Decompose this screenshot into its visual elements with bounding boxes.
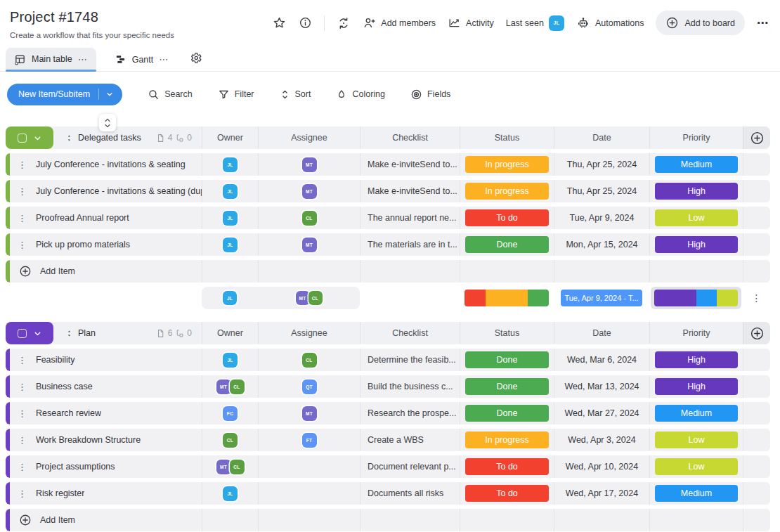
- column-header-priority[interactable]: Priority: [649, 126, 743, 149]
- status-badge[interactable]: In progress: [465, 432, 549, 448]
- column-header-checklist[interactable]: Checklist: [360, 126, 460, 149]
- column-collapse-toggle[interactable]: [99, 114, 116, 131]
- row-menu-dots-icon[interactable]: ⋮: [18, 489, 27, 498]
- item-name-cell[interactable]: ⋮July Conference - invitations & seating…: [10, 180, 202, 202]
- column-header-date[interactable]: Date: [554, 126, 649, 149]
- owner-cell[interactable]: JL: [202, 180, 258, 202]
- fields-button[interactable]: Fields: [410, 89, 450, 100]
- checklist-cell[interactable]: Documents all risks: [360, 482, 460, 505]
- add-item-button[interactable]: Add Item: [10, 260, 202, 283]
- coloring-button[interactable]: Coloring: [336, 89, 385, 100]
- status-badge[interactable]: To do: [465, 485, 549, 502]
- avatar-CL[interactable]: CL: [308, 291, 323, 305]
- item-name-cell[interactable]: ⋮Research review: [10, 402, 202, 424]
- chevron-down-icon[interactable]: [98, 89, 114, 100]
- checklist-cell[interactable]: Document relevant p...: [360, 455, 460, 478]
- column-header-date[interactable]: Date: [554, 322, 649, 344]
- info-icon[interactable]: [298, 16, 312, 30]
- group-collapse-pill[interactable]: [6, 322, 53, 344]
- owner-cell[interactable]: JL: [202, 482, 258, 505]
- avatar-QT[interactable]: QT: [302, 379, 317, 394]
- priority-badge[interactable]: High: [655, 183, 738, 200]
- column-header-assignee[interactable]: Assignee: [258, 322, 360, 344]
- status-badge[interactable]: Done: [465, 351, 549, 368]
- date-cell[interactable]: Wed, Apr 3, 2024: [554, 429, 649, 451]
- date-cell[interactable]: Thu, Apr 25, 2024: [554, 153, 649, 176]
- priority-badge[interactable]: High: [655, 378, 738, 395]
- avatar-MT[interactable]: MT: [216, 460, 231, 474]
- priority-badge[interactable]: Low: [655, 432, 738, 448]
- owner-cell[interactable]: JL: [202, 207, 258, 229]
- status-badge[interactable]: Done: [465, 378, 549, 395]
- assignee-cell[interactable]: MT: [258, 233, 360, 256]
- assignee-cell[interactable]: [258, 482, 360, 505]
- tab-gantt[interactable]: Gantt ⋯: [106, 48, 178, 71]
- assignee-cell[interactable]: CL: [258, 207, 360, 229]
- status-badge[interactable]: Done: [465, 236, 549, 253]
- last-seen-button[interactable]: Last seen JL: [506, 15, 564, 31]
- add-item-row[interactable]: Add Item: [6, 260, 770, 283]
- assignee-cell[interactable]: QT: [258, 375, 360, 398]
- avatar-JL[interactable]: JL: [223, 353, 238, 368]
- column-header-checklist[interactable]: Checklist: [360, 322, 460, 344]
- group-title[interactable]: Delegated tasks: [78, 133, 141, 143]
- row-menu-dots-icon[interactable]: ⋮: [18, 382, 27, 391]
- group-chevron-down-icon[interactable]: [33, 134, 42, 143]
- row-menu-dots-icon[interactable]: ⋮: [18, 436, 27, 445]
- row-menu-dots-icon[interactable]: ⋮: [18, 187, 27, 196]
- column-header-owner[interactable]: Owner: [202, 322, 258, 344]
- priority-badge[interactable]: Low: [655, 209, 738, 226]
- avatar-CL[interactable]: CL: [302, 353, 317, 368]
- date-cell[interactable]: Thu, Apr 25, 2024: [554, 180, 649, 202]
- column-header-status[interactable]: Status: [460, 126, 554, 149]
- avatar-CL[interactable]: CL: [230, 460, 245, 474]
- item-name-cell[interactable]: ⋮July Conference - invitations & seating: [10, 153, 202, 176]
- avatar-JL[interactable]: JL: [223, 486, 238, 501]
- status-badge[interactable]: In progress: [465, 183, 549, 200]
- tab-main-table[interactable]: Main table ⋯: [6, 48, 96, 71]
- item-name-cell[interactable]: ⋮Feasibility: [10, 349, 202, 371]
- checklist-cell[interactable]: Determine the feasib...: [360, 349, 460, 371]
- date-cell[interactable]: Wed, Apr 10, 2024: [554, 455, 649, 478]
- owner-cell[interactable]: FC: [202, 402, 258, 424]
- priority-badge[interactable]: Low: [655, 458, 738, 475]
- priority-badge[interactable]: Medium: [655, 485, 738, 502]
- row-menu-dots-icon[interactable]: ⋮: [18, 214, 27, 223]
- summary-date-range[interactable]: Tue, Apr 9, 2024 - T...: [561, 290, 642, 306]
- checklist-cell[interactable]: Build the business c...: [360, 375, 460, 398]
- search-button[interactable]: Search: [148, 89, 193, 100]
- add-to-board-button[interactable]: Add to board: [656, 11, 745, 35]
- item-name-cell[interactable]: ⋮Project assumptions: [10, 455, 202, 478]
- sort-button[interactable]: Sort: [280, 89, 311, 100]
- filter-button[interactable]: Filter: [218, 89, 254, 100]
- add-column-button[interactable]: [743, 126, 770, 149]
- item-name-cell[interactable]: ⋮Pick up promo materials: [10, 233, 202, 256]
- date-cell[interactable]: Tue, Apr 9, 2024: [554, 207, 649, 229]
- priority-badge[interactable]: High: [655, 351, 738, 368]
- row-menu-dots-icon[interactable]: ⋮: [18, 409, 27, 418]
- item-name-cell[interactable]: ⋮Risk register: [10, 482, 202, 505]
- group-checkbox[interactable]: [18, 329, 27, 338]
- group-title[interactable]: Plan: [78, 328, 96, 338]
- priority-badge[interactable]: Medium: [655, 156, 738, 173]
- group-collapse-pill[interactable]: [6, 126, 53, 149]
- assignee-cell[interactable]: MT: [258, 180, 360, 202]
- header-more-icon[interactable]: ⋯: [757, 16, 769, 30]
- owner-cell[interactable]: JL: [202, 153, 258, 176]
- group-chevron-down-icon[interactable]: [33, 329, 42, 338]
- avatar-CL[interactable]: CL: [230, 379, 245, 394]
- assignee-cell[interactable]: [258, 455, 360, 478]
- last-seen-avatar[interactable]: JL: [549, 15, 564, 31]
- date-cell[interactable]: Wed, Mar 6, 2024: [554, 349, 649, 371]
- add-members-button[interactable]: Add members: [363, 16, 436, 30]
- priority-badge[interactable]: High: [655, 236, 738, 253]
- date-cell[interactable]: Wed, Apr 17, 2024: [554, 482, 649, 505]
- column-header-status[interactable]: Status: [460, 322, 554, 344]
- avatar-JL[interactable]: JL: [223, 157, 238, 172]
- avatar-FC[interactable]: FC: [223, 406, 238, 421]
- row-menu-dots-icon[interactable]: ⋮: [18, 240, 27, 249]
- date-cell[interactable]: Wed, Mar 13, 2024: [554, 375, 649, 398]
- item-name-cell[interactable]: ⋮Business case: [10, 375, 202, 398]
- item-name-cell[interactable]: ⋮Work Breakdown Structure: [10, 429, 202, 451]
- avatar-MT[interactable]: MT: [216, 379, 231, 394]
